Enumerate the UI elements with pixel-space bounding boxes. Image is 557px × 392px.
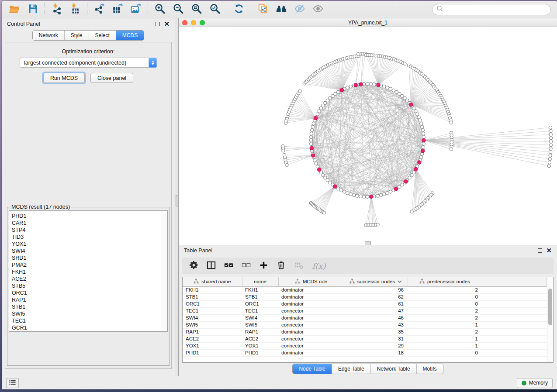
cell-successor_nodes[interactable]: 29 (344, 342, 408, 349)
show-all-button[interactable] (309, 2, 327, 17)
mcds-result-item[interactable]: SWI5 (12, 310, 167, 317)
column-header-predecessor-nodes[interactable]: predecessor nodes (408, 277, 482, 286)
table-row[interactable]: TEC1TEC1connector472 (183, 307, 547, 314)
tab-mcds[interactable]: MCDS (116, 31, 144, 40)
delete-row-button[interactable] (273, 259, 289, 273)
table-row[interactable]: SWI4SWI4dominator462 (183, 314, 547, 321)
cell-name[interactable]: RAP1 (242, 328, 278, 335)
zoom-selected-button[interactable] (206, 2, 224, 17)
close-table-panel-button[interactable]: ✕ (546, 248, 552, 253)
cell-mcds_role[interactable]: connector (278, 335, 344, 342)
cell-successor_nodes[interactable]: 35 (344, 328, 408, 335)
refresh-view-button[interactable] (230, 2, 248, 17)
mcds-result-item[interactable]: PMA2 (12, 261, 167, 268)
import-table-button[interactable] (66, 2, 84, 17)
export-image-button[interactable] (127, 2, 145, 17)
network-graph[interactable] (179, 27, 557, 245)
cell-predecessor_nodes[interactable]: 2 (408, 314, 482, 321)
cell-successor_nodes[interactable]: 18 (344, 349, 408, 356)
table-row[interactable]: ORC1ORC1dominator610 (183, 300, 547, 307)
show-columns-button[interactable] (204, 259, 219, 273)
mcds-result-item[interactable]: CAR1 (12, 220, 167, 227)
cell-mcds_role[interactable]: dominator (278, 293, 344, 300)
canvas-splitter-handle[interactable] (365, 241, 371, 245)
cell-shared_name[interactable]: SWI4 (183, 314, 242, 321)
cell-name[interactable]: FKH1 (242, 286, 278, 293)
cell-name[interactable]: YOX1 (242, 342, 278, 349)
save-session-button[interactable] (24, 2, 42, 17)
column-header-shared-name[interactable]: shared name (183, 277, 242, 286)
mcds-result-item[interactable]: STB5 (12, 282, 167, 289)
copy-network-button[interactable] (254, 2, 272, 17)
close-control-panel-button[interactable]: ✕ (164, 22, 170, 26)
table-row[interactable]: SWI5SWI5connector431 (183, 321, 547, 328)
cell-mcds_role[interactable]: connector (278, 342, 344, 349)
cell-predecessor_nodes[interactable]: 1 (408, 342, 482, 349)
table-scrollbar[interactable] (547, 277, 553, 362)
cell-predecessor_nodes[interactable]: 1 (408, 321, 482, 328)
table-tab-node-table[interactable]: Node Table (293, 364, 332, 374)
cell-successor_nodes[interactable]: 43 (344, 321, 408, 328)
table-row[interactable]: FKH1FKH1dominator962 (183, 286, 547, 293)
mcds-result-item[interactable]: FKH1 (12, 268, 167, 275)
close-panel-button[interactable]: Close panel (90, 73, 133, 83)
cell-shared_name[interactable]: STB1 (183, 293, 242, 300)
cell-predecessor_nodes[interactable]: 2 (408, 286, 482, 293)
cell-shared_name[interactable]: ACE2 (183, 335, 242, 342)
table-row[interactable]: YOX1YOX1connector291 (183, 342, 547, 349)
cell-name[interactable]: PHD1 (242, 349, 278, 356)
cell-mcds_role[interactable]: connector (278, 321, 344, 328)
cell-successor_nodes[interactable]: 61 (344, 300, 408, 307)
close-window-button[interactable] (182, 20, 187, 25)
cell-shared_name[interactable]: PHD1 (183, 349, 242, 356)
cell-predecessor_nodes[interactable]: 0 (408, 349, 482, 356)
mcds-result-item[interactable]: SRD1 (12, 254, 167, 261)
cell-shared_name[interactable]: ORC1 (183, 300, 242, 307)
hide-selected-button[interactable] (291, 2, 309, 17)
maximize-window-button[interactable] (200, 20, 205, 25)
open-file-button[interactable] (5, 2, 24, 17)
cell-successor_nodes[interactable]: 46 (344, 314, 408, 321)
table-tab-edge-table[interactable]: Edge Table (332, 364, 371, 374)
memory-button[interactable]: Memory (517, 378, 553, 388)
column-header-name[interactable]: name (242, 277, 278, 286)
table-tab-motifs[interactable]: Motifs (417, 364, 443, 374)
mcds-result-item[interactable]: TEC1 (12, 317, 167, 324)
table-tab-network-table[interactable]: Network Table (371, 364, 417, 374)
tab-network[interactable]: Network (33, 31, 65, 40)
cell-predecessor_nodes[interactable]: 0 (408, 300, 482, 307)
column-header-successor-nodes[interactable]: successor nodes (344, 277, 408, 286)
export-network-button[interactable] (90, 2, 108, 17)
float-control-panel-button[interactable] (156, 22, 160, 26)
cell-predecessor_nodes[interactable]: 2 (408, 328, 482, 335)
cell-predecessor_nodes[interactable]: 1 (408, 335, 482, 342)
float-table-panel-button[interactable] (538, 248, 542, 253)
mcds-result-item[interactable]: SWI4 (12, 248, 167, 254)
result-scrollbar[interactable] (162, 211, 167, 331)
table-row[interactable]: ACE2ACE2connector311 (183, 335, 547, 342)
cell-shared_name[interactable]: YOX1 (183, 342, 242, 349)
search-input[interactable] (446, 7, 547, 13)
zoom-fit-button[interactable] (187, 2, 206, 17)
cell-shared_name[interactable]: SWI5 (183, 321, 242, 328)
cell-mcds_role[interactable]: dominator (278, 286, 344, 293)
deselect-all-rows-button[interactable] (239, 259, 254, 273)
export-table-button[interactable] (108, 2, 127, 17)
cell-successor_nodes[interactable]: 62 (344, 293, 408, 300)
zoom-in-button[interactable] (151, 2, 169, 17)
table-row[interactable]: PHD1PHD1dominator180 (183, 349, 547, 356)
first-neighbors-button[interactable] (272, 2, 291, 17)
table-settings-button[interactable] (186, 259, 201, 273)
cell-successor_nodes[interactable]: 96 (344, 286, 408, 293)
cell-shared_name[interactable]: FKH1 (183, 286, 242, 293)
cell-name[interactable]: ORC1 (242, 300, 278, 307)
cell-name[interactable]: TEC1 (242, 307, 278, 314)
criterion-dropdown[interactable]: largest connected component (undirected) (20, 58, 157, 68)
cell-mcds_role[interactable]: connector (278, 307, 344, 314)
cell-name[interactable]: SWI5 (242, 321, 278, 328)
column-header-mcds-role[interactable]: MCDS role (278, 277, 344, 286)
mcds-result-item[interactable]: RAP1 (12, 296, 167, 303)
add-row-button[interactable] (256, 259, 271, 273)
mcds-result-item[interactable]: YOX1 (12, 241, 167, 248)
mcds-result-item[interactable]: PHD1 (12, 213, 167, 220)
